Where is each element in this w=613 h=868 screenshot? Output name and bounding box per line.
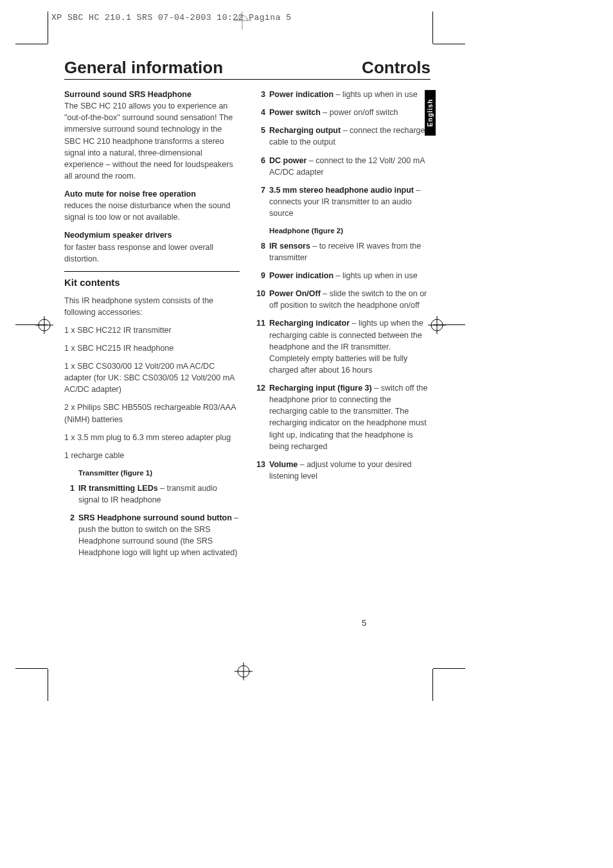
item-desc: – lights up when in use: [333, 90, 418, 99]
item-number: 7: [255, 184, 269, 219]
kit-item: 1 x SBC HC212 IR transmitter: [64, 324, 240, 336]
kit-intro: This IR headphone system consists of the…: [64, 295, 240, 318]
crop-mark: [433, 668, 465, 669]
page-content: General information Controls Surround so…: [64, 58, 431, 565]
automute-paragraph: Auto mute for noise free operation reduc…: [64, 188, 240, 223]
control-item-1: 1 IR transmitting LEDs – transmit audio …: [64, 483, 240, 506]
automute-heading: Auto mute for noise free operation: [64, 190, 196, 199]
item-label: SRS Headphone surround sound button: [78, 513, 232, 522]
item-desc: – power on/off switch: [321, 108, 398, 117]
control-item-10: 10 Power On/Off – slide the switch to th…: [255, 288, 431, 311]
item-label: Power indication: [269, 90, 333, 99]
item-label: Recharging input (figure 3): [269, 384, 372, 393]
right-column: 3 Power indication – lights up when in u…: [255, 89, 431, 565]
item-number: 11: [255, 317, 269, 376]
item-label: Power switch: [269, 108, 321, 117]
control-item-6: 6 DC power – connect to the 12 Volt/ 200…: [255, 155, 431, 178]
kit-item: 1 recharge cable: [64, 450, 240, 461]
registration-mark-icon: [428, 316, 446, 334]
item-number: 4: [255, 107, 269, 118]
item-label: Power indication: [269, 271, 333, 280]
neodymium-paragraph: Neodymium speaker drivers for faster bas…: [64, 229, 240, 264]
section-divider: [64, 271, 240, 272]
control-item-13: 13 Volume – adjust volume to your desire…: [255, 459, 431, 482]
neodymium-heading: Neodymium speaker drivers: [64, 231, 172, 240]
crop-mark: [15, 668, 48, 669]
control-item-12: 12 Recharging input (figure 3) – switch …: [255, 382, 431, 452]
item-number: 10: [255, 288, 269, 311]
crop-mark: [15, 44, 48, 44]
left-column: Surround sound SRS Headphone The SBC HC …: [64, 89, 240, 565]
crop-mark: [48, 669, 48, 701]
item-label: Recharging indicator: [269, 319, 350, 328]
page-headings: General information Controls: [64, 58, 431, 80]
item-number: 5: [255, 125, 269, 148]
item-number: 6: [255, 155, 269, 178]
item-desc: – lights up when in use: [333, 271, 418, 280]
surround-heading: Surround sound SRS Headphone: [64, 90, 191, 99]
surround-paragraph: Surround sound SRS Headphone The SBC HC …: [64, 89, 240, 182]
item-number: 9: [255, 270, 269, 281]
heading-general-information: General information: [64, 58, 223, 78]
control-item-7: 7 3.5 mm stereo headphone audio input – …: [255, 184, 431, 219]
item-label: IR transmitting LEDs: [78, 484, 158, 493]
crop-mark: [432, 669, 433, 701]
item-number: 8: [255, 240, 269, 263]
control-item-4: 4 Power switch – power on/off switch: [255, 107, 431, 118]
item-label: DC power: [269, 156, 306, 165]
item-label: Volume: [269, 460, 298, 469]
kit-item: 1 x SBC HC215 IR headphone: [64, 342, 240, 354]
item-label: Recharging output: [269, 126, 341, 135]
automute-text: reduces the noise disturbance when the s…: [64, 201, 231, 222]
kit-contents-heading: Kit contents: [64, 276, 240, 290]
kit-item: 1 x SBC CS030/00 12 Volt/200 mA AC/DC ad…: [64, 360, 240, 395]
crop-mark: [48, 12, 48, 44]
item-number: 3: [255, 89, 269, 100]
kit-item: 1 x 3.5 mm plug to 6.3 mm stereo adapter…: [64, 432, 240, 443]
control-item-2: 2 SRS Headphone surround sound button – …: [64, 512, 240, 559]
control-item-8: 8 IR sensors – to receive IR waves from …: [255, 240, 431, 263]
kit-item: 2 x Philips SBC HB550S rechargeable R03/…: [64, 402, 240, 425]
heading-controls: Controls: [362, 58, 431, 78]
registration-mark-icon: [35, 316, 53, 334]
crop-mark: [433, 44, 465, 44]
registration-mark-icon: [235, 662, 253, 680]
control-item-5: 5 Recharging output – connect the rechar…: [255, 125, 431, 148]
page-number: 5: [362, 618, 366, 628]
neodymium-text: for faster bass response and lower overa…: [64, 243, 213, 263]
surround-text: The SBC HC 210 allows you to experience …: [64, 102, 233, 181]
item-number: 2: [64, 512, 78, 559]
headphone-subheading: Headphone (figure 2): [269, 226, 431, 236]
item-desc: – switch off the headphone prior to conn…: [269, 384, 427, 451]
print-slug: XP SBC HC 210.1 SRS 07-04-2003 10:22 Pag…: [51, 13, 292, 22]
item-number: 1: [64, 483, 78, 506]
control-item-11: 11 Recharging indicator – lights up when…: [255, 317, 431, 376]
item-number: 12: [255, 382, 269, 452]
item-label: IR sensors: [269, 242, 310, 251]
item-label: Power On/Off: [269, 289, 321, 298]
control-item-3: 3 Power indication – lights up when in u…: [255, 89, 431, 100]
item-label: 3.5 mm stereo headphone audio input: [269, 186, 414, 195]
crop-mark: [432, 12, 433, 44]
item-number: 13: [255, 459, 269, 482]
control-item-9: 9 Power indication – lights up when in u…: [255, 270, 431, 281]
transmitter-subheading: Transmitter (figure 1): [78, 468, 240, 479]
